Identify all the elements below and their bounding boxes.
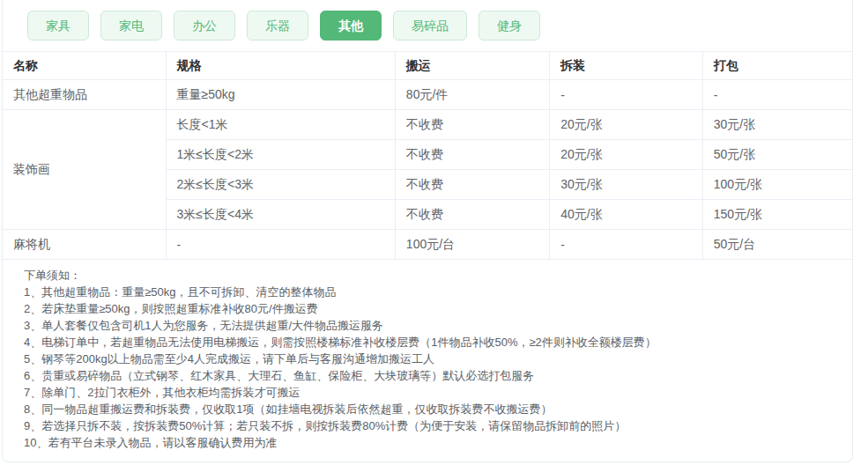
item-name-cell: 其他超重物品: [3, 80, 166, 110]
order-notes: 下单须知： 1、其他超重物品：重量≥50kg，且不可拆卸、清空的整体物品2、若床…: [3, 260, 852, 461]
price-cell: 20元/张: [550, 140, 703, 170]
notes-list: 1、其他超重物品：重量≥50kg，且不可拆卸、清空的整体物品2、若床垫重量≥50…: [24, 284, 831, 451]
table-header-row: 名称规格搬运拆装打包: [3, 52, 852, 80]
pricing-table: 名称规格搬运拆装打包 其他超重物品重量≥50kg80元/件--装饰画长度<1米不…: [3, 51, 852, 260]
tab-furniture[interactable]: 家具: [27, 11, 89, 41]
tab-fragile[interactable]: 易碎品: [393, 11, 467, 41]
category-tabs: 家具家电办公乐器其他易碎品健身: [3, 0, 852, 51]
note-item: 8、同一物品超重搬运费和拆装费，仅收取1项（如挂墙电视拆装后依然超重，仅收取拆装…: [24, 401, 831, 417]
tab-instruments[interactable]: 乐器: [247, 11, 308, 41]
price-cell: 80元/件: [395, 80, 549, 110]
item-name-cell: 麻将机: [3, 230, 166, 260]
tab-fitness[interactable]: 健身: [479, 11, 540, 41]
pricing-card: 家具家电办公乐器其他易碎品健身 名称规格搬运拆装打包 其他超重物品重量≥50kg…: [2, 0, 853, 462]
column-header: 规格: [166, 52, 395, 80]
price-cell: -: [550, 230, 703, 260]
price-cell: 50元/张: [702, 140, 852, 170]
tab-others[interactable]: 其他: [320, 11, 382, 41]
price-cell: 150元/张: [702, 200, 852, 230]
price-cell: 30元/张: [702, 110, 852, 140]
price-cell: 100元/台: [395, 230, 549, 260]
column-header: 名称: [3, 52, 166, 80]
price-cell: 3米≤长度<4米: [166, 200, 395, 230]
price-cell: 20元/张: [550, 110, 703, 140]
table-body: 其他超重物品重量≥50kg80元/件--装饰画长度<1米不收费20元/张30元/…: [3, 80, 852, 260]
table-row: 麻将机-100元/台-50元/台: [3, 230, 852, 260]
column-header: 拆装: [550, 52, 703, 80]
price-cell: 30元/张: [550, 170, 703, 200]
price-cell: 长度<1米: [166, 110, 395, 140]
price-cell: 不收费: [395, 140, 549, 170]
tab-appliances[interactable]: 家电: [100, 11, 162, 41]
note-item: 6、贵重或易碎物品（立式钢琴、红木家具、大理石、鱼缸、保险柜、大块玻璃等）默认必…: [24, 367, 831, 384]
column-header: 打包: [702, 52, 852, 80]
price-cell: 40元/张: [550, 200, 703, 230]
price-cell: 50元/台: [702, 230, 852, 260]
price-cell: 2米≤长度<3米: [166, 170, 395, 200]
note-item: 1、其他超重物品：重量≥50kg，且不可拆卸、清空的整体物品: [24, 284, 831, 300]
price-cell: 不收费: [395, 110, 549, 140]
tab-office[interactable]: 办公: [174, 11, 235, 41]
item-name-cell: 装饰画: [3, 110, 166, 230]
note-item: 3、单人套餐仅包含司机1人为您服务，无法提供超重/大件物品搬运服务: [24, 317, 831, 334]
note-item: 9、若选择只拆不装，按拆装费50%计算；若只装不拆，则按拆装费80%计费（为便于…: [24, 417, 831, 434]
note-item: 10、若有平台未录入物品，请以客服确认费用为准: [24, 434, 831, 451]
note-item: 5、钢琴等200kg以上物品需至少4人完成搬运，请下单后与客服沟通增加搬运工人: [24, 351, 831, 367]
note-item: 4、电梯订单中，若超重物品无法使用电梯搬运，则需按照楼梯标准补收楼层费（1件物品…: [24, 334, 831, 351]
notes-title: 下单须知：: [24, 267, 831, 284]
price-cell: -: [166, 230, 395, 260]
price-cell: 重量≥50kg: [166, 80, 395, 110]
price-cell: 1米≤长度<2米: [166, 140, 395, 170]
price-cell: -: [702, 80, 852, 110]
price-cell: 100元/张: [702, 170, 852, 200]
note-item: 7、除单门、2拉门衣柜外，其他衣柜均需拆装才可搬运: [24, 384, 831, 401]
price-cell: 不收费: [395, 200, 549, 230]
note-item: 2、若床垫重量≥50kg，则按照超重标准补收80元/件搬运费: [24, 300, 831, 317]
column-header: 搬运: [395, 52, 549, 80]
table-row: 装饰画长度<1米不收费20元/张30元/张: [3, 110, 852, 140]
price-cell: -: [550, 80, 703, 110]
table-row: 其他超重物品重量≥50kg80元/件--: [3, 80, 852, 110]
price-cell: 不收费: [395, 170, 549, 200]
